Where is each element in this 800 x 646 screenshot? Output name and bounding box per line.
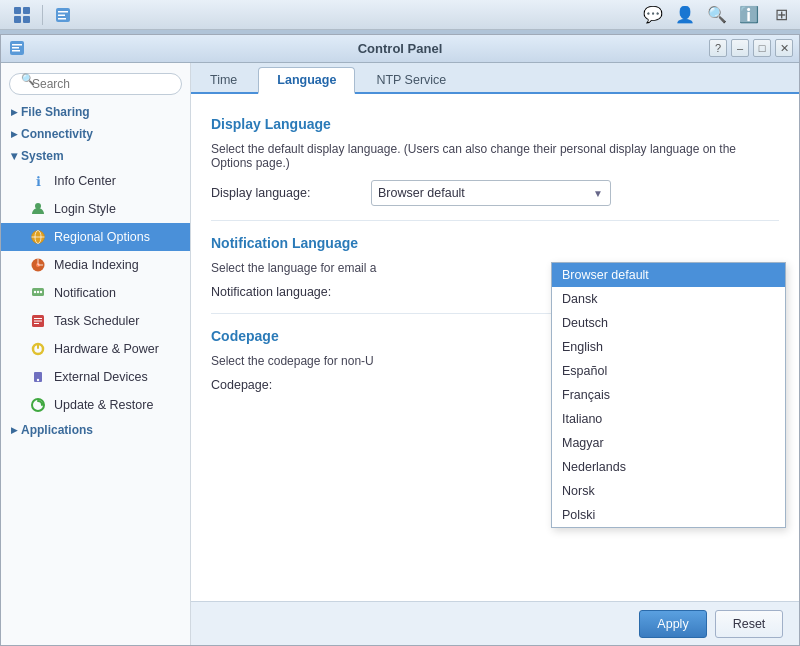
svg-rect-5 [58, 11, 68, 13]
svg-rect-3 [23, 16, 30, 23]
active-app-button[interactable] [45, 2, 81, 28]
app-grid-button[interactable] [4, 2, 40, 28]
svg-rect-2 [14, 16, 21, 23]
taskbar-right: 💬 👤 🔍 ℹ️ ⊞ [638, 2, 796, 28]
grid-icon-button[interactable]: ⊞ [766, 2, 796, 28]
svg-rect-0 [14, 7, 21, 14]
search-icon-button[interactable]: 🔍 [702, 2, 732, 28]
svg-rect-1 [23, 7, 30, 14]
user-icon-button[interactable]: 👤 [670, 2, 700, 28]
taskbar-divider [42, 5, 43, 25]
taskbar: 💬 👤 🔍 ℹ️ ⊞ [0, 0, 800, 30]
chat-icon-button[interactable]: 💬 [638, 2, 668, 28]
info-icon-button[interactable]: ℹ️ [734, 2, 764, 28]
svg-rect-6 [58, 14, 65, 16]
svg-rect-7 [58, 18, 66, 20]
